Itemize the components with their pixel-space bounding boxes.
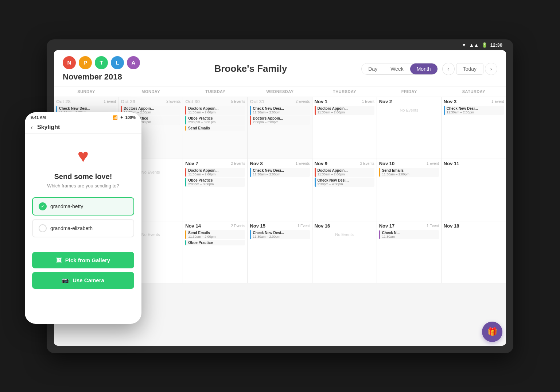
pick-gallery-btn[interactable]: 🖼 Pick from Gallery	[32, 252, 134, 268]
week-view-btn[interactable]: Week	[384, 63, 410, 74]
signal-icon: ▲▲	[469, 42, 479, 48]
event-time: 11:30am – 2:00pm	[253, 172, 308, 176]
gift-icon: 🎁	[487, 327, 497, 337]
cell-date: Oct 28	[56, 99, 71, 104]
event-item[interactable]: Check New Desi...11:30am – 2:00pm	[250, 168, 310, 177]
avatar-a[interactable]: A	[127, 56, 140, 69]
event-item[interactable]: Check N...11:30am	[379, 230, 439, 239]
month-view-btn[interactable]: Month	[410, 63, 438, 74]
tablet-status-bar: ▼ ▲▲ 🔋 12:30	[462, 42, 502, 48]
fab-button[interactable]: 🎁	[482, 322, 502, 342]
event-title: Check New Desi...	[253, 168, 284, 172]
calendar-cell-1-6[interactable]: Nov 11	[442, 159, 506, 221]
today-btn[interactable]: Today	[456, 63, 483, 75]
calendar-cell-1-4[interactable]: Nov 92 EventsDoctors Appoin...11:30am – …	[312, 159, 377, 221]
event-item[interactable]: Send Emails	[185, 125, 245, 131]
calendar-header: NPTLA November 2018 Brooke's Family Day …	[54, 50, 506, 86]
event-time: 2:30pm – 4:00pm	[318, 182, 373, 186]
event-title: Check New Desi...	[447, 106, 478, 110]
calendar-cell-1-5[interactable]: Nov 101 EventSend Emails11:30am – 2:00pm	[377, 159, 442, 221]
event-item[interactable]: Send Emails11:30am – 2:00pm	[185, 230, 245, 239]
avatar-l[interactable]: L	[111, 56, 124, 69]
checkbox-grandma-elizabeth	[39, 224, 47, 232]
cell-header: Nov 18	[444, 223, 504, 229]
calendar-cell-2-3[interactable]: Nov 151 EventCheck New Desi...11:30am – …	[248, 221, 312, 283]
event-time: 11:30am – 2:00pm	[318, 172, 373, 176]
cell-event-count: 2 Events	[231, 162, 245, 166]
tuesday-header: TUESDAY	[183, 86, 248, 97]
calendar-cell-1-3[interactable]: Nov 81 EventsCheck New Desi...11:30am – …	[248, 159, 312, 221]
cell-event-count: 1 Event	[427, 162, 439, 166]
frame-grandma-elizabeth[interactable]: grandma-elizabeth	[32, 219, 134, 237]
cell-header: Nov 72 Events	[185, 161, 245, 166]
cell-header: Nov 11	[444, 161, 504, 166]
cell-header: Oct 305 Events	[185, 99, 245, 104]
calendar-cell-0-3[interactable]: Oct 312 EventsCheck New Desi...11:30am –…	[248, 97, 312, 159]
event-item[interactable]: Doctors Appoin...11:30am – 2:00pm	[315, 106, 374, 115]
calendar-cell-0-2[interactable]: Oct 305 EventsDoctors Appoin...11:30am –…	[183, 97, 248, 159]
event-item[interactable]: Check New Desi...2:30pm – 4:00pm	[315, 178, 374, 187]
phone-back-btn[interactable]: ‹	[31, 124, 33, 131]
tablet-time: 12:30	[490, 42, 502, 48]
event-item[interactable]: Check New Desi...11:30am – 2:00pm	[444, 106, 504, 115]
calendar-cell-1-2[interactable]: Nov 72 EventsDoctors Appoin...11:30am – …	[183, 159, 248, 221]
event-item[interactable]: Send Emails11:30am – 2:00pm	[379, 168, 439, 177]
event-item[interactable]: Doctors Appoin...11:30am – 2:00pm	[185, 106, 245, 115]
cell-header: Nov 2	[379, 99, 439, 104]
day-view-btn[interactable]: Day	[362, 63, 384, 74]
sunday-header: SUNDAY	[54, 86, 118, 97]
event-item[interactable]: Doctors Appoin...11:30am – 2:00pm	[315, 168, 374, 177]
pick-gallery-label: Pick from Gallery	[65, 257, 110, 263]
event-item[interactable]: Check New Desi...11:30am – 2:00pm	[250, 106, 310, 115]
calendar-cell-0-4[interactable]: Nov 11 EventDoctors Appoin...11:30am – 2…	[312, 97, 377, 159]
send-love-subtitle: Which frames are you sending to?	[47, 183, 119, 189]
cell-header: Nov 142 Events	[185, 223, 245, 229]
calendar-cell-2-5[interactable]: Nov 171 EventCheck N...11:30am	[377, 221, 442, 283]
wednesday-header: WEDNESDAY	[248, 86, 312, 97]
frame-options: ✓ grandma-betty grandma-elizabeth	[32, 197, 134, 237]
prev-btn[interactable]: ‹	[442, 63, 455, 75]
event-item[interactable]: Oboe Practice2:00pm – 3:00pm	[185, 178, 245, 187]
calendar-cell-0-5[interactable]: Nov 2No Events	[377, 97, 442, 159]
next-btn[interactable]: ›	[485, 63, 497, 75]
event-title: Doctors Appoin...	[253, 116, 283, 120]
event-title: Check New Desi...	[318, 178, 349, 182]
monday-header: MONDAY	[118, 86, 183, 97]
phone-nav-bar: ‹ Skylight	[25, 121, 141, 134]
cell-header: Nov 151 Event	[250, 223, 310, 229]
event-title: Doctors Appoin...	[318, 168, 348, 172]
cell-event-count: 2 Events	[231, 224, 245, 228]
wifi-icon: ▼	[462, 42, 466, 48]
saturday-header: SATURDAY	[442, 86, 506, 97]
event-time: 2:00pm – 3:00pm	[188, 182, 243, 186]
avatar-t[interactable]: T	[95, 56, 108, 69]
cell-header: Nov 11 Event	[315, 99, 374, 104]
event-time: 11:30am – 2:00pm	[382, 172, 437, 176]
use-camera-btn[interactable]: 📷 Use Camera	[32, 272, 134, 289]
event-item[interactable]: Oboe Practice	[185, 240, 245, 245]
event-item[interactable]: Check New Desi...11:30am – 2:00pm	[250, 230, 310, 239]
calendar-cell-2-2[interactable]: Nov 142 EventsSend Emails11:30am – 2:00p…	[183, 221, 248, 283]
phone-content: ♥ Send some love! Which frames are you s…	[25, 134, 141, 300]
calendar-cell-0-6[interactable]: Nov 31 EventCheck New Desi...11:30am – 2…	[442, 97, 506, 159]
event-time: 11:30am – 2:00pm	[188, 235, 243, 238]
cell-header: Nov 16	[315, 223, 374, 229]
event-item[interactable]: Doctors Appoin...11:30am – 2:00pm	[185, 168, 245, 177]
event-item[interactable]: Doctors Appoin...2:00pm – 3:00pm	[250, 116, 310, 125]
frame-grandma-betty[interactable]: ✓ grandma-betty	[32, 197, 134, 216]
event-item[interactable]: Oboe Practice2:00 pm – 3:00 pm	[185, 116, 245, 125]
cell-date: Nov 14	[185, 223, 201, 229]
calendar-cell-2-6[interactable]: Nov 18	[442, 221, 506, 283]
event-title: Oboe Practice	[188, 241, 213, 245]
calendar-cell-2-4[interactable]: Nov 16No Events	[312, 221, 377, 283]
phone-bt-icon: ✦	[120, 115, 123, 120]
tablet: ▼ ▲▲ 🔋 12:30 NPTLA November 2018 Brooke'…	[47, 39, 513, 353]
cell-event-count: 1 Event	[491, 100, 504, 104]
cell-header: Oct 281 Event	[56, 99, 116, 104]
event-title: Doctors Appoin...	[188, 168, 218, 172]
friday-header: FRIDAY	[377, 86, 442, 97]
avatar-p[interactable]: P	[79, 56, 92, 69]
cell-event-count: 2 Events	[296, 100, 310, 104]
camera-icon: 📷	[62, 277, 69, 284]
avatar-n[interactable]: N	[63, 56, 76, 69]
